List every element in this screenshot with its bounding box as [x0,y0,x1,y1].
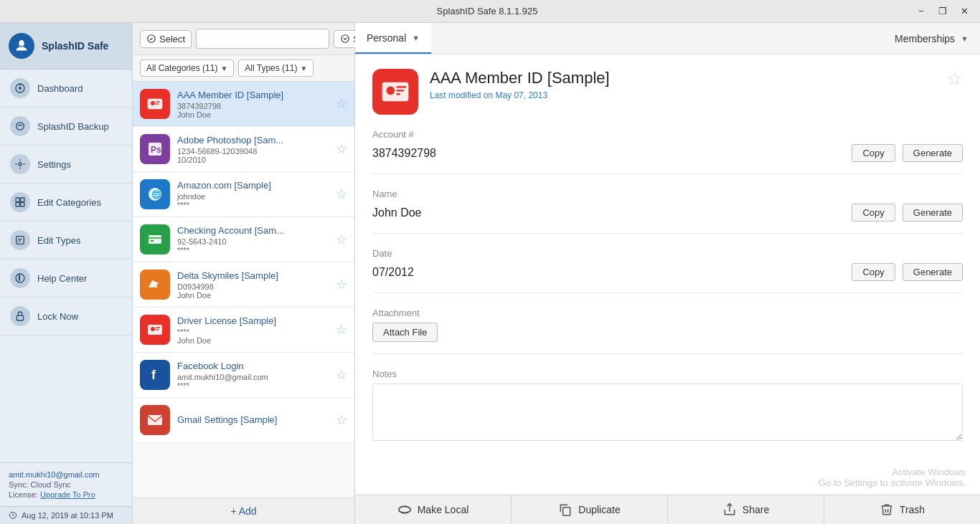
item-content: Checking Account [Sam... 92-5643-2410 **… [177,225,329,254]
svg-text:Ps: Ps [151,145,161,155]
trash-button[interactable]: Trash [824,495,980,524]
search-input[interactable] [196,29,329,49]
favorite-star[interactable]: ☆ [336,412,347,428]
item-icon [140,270,170,300]
name-generate-button[interactable]: Generate [903,204,963,221]
make-local-icon [397,502,412,517]
trash-icon [880,502,894,517]
close-button[interactable]: ✕ [954,3,974,20]
category-dropdown-arrow: ▼ [220,65,227,72]
svg-text:i: i [19,275,20,282]
favorite-star[interactable]: ☆ [336,186,347,202]
date-copy-button[interactable]: Copy [852,263,895,281]
sidebar-app-name: SplashID Safe [42,40,108,52]
sidebar-edit-categories-label: Edit Categories [37,197,101,208]
upgrade-link[interactable]: Upgrade To Pro [40,490,95,499]
favorite-star[interactable]: ☆ [336,141,347,157]
bottom-action-bar: Make Local Duplicate Share [355,495,980,524]
account-copy-button[interactable]: Copy [852,144,895,162]
svg-point-4 [19,87,22,90]
sidebar-footer: amit.mukhi10@gmail.com Sync: Cloud Sync … [0,462,132,506]
item-content: Delta Skymiles [Sample] D0934998 John Do… [177,270,329,300]
item-icon: Ps [140,134,170,164]
app-title: SplashID Safe 8.1.1.925 [63,6,911,16]
list-item[interactable]: Ps Adobe Photoshop [Sam... 1234-56689-12… [133,127,354,172]
account-field: Account # 3874392798 Copy Generate [372,129,963,174]
favorite-star[interactable]: ☆ [336,367,347,383]
memberships-section-tab[interactable]: Memberships ▼ [883,23,980,54]
detail-record-icon [372,69,418,115]
sidebar-item-lock[interactable]: Lock Now [0,297,132,335]
personal-section-tab[interactable]: Personal ▼ [355,23,431,54]
type-filter[interactable]: All Types (11) ▼ [238,59,314,77]
filter-bar: All Categories (11) ▼ All Types (11) ▼ [133,55,354,82]
backup-icon [10,116,30,136]
share-button[interactable]: Share [668,495,824,524]
settings-icon [10,154,30,174]
attach-file-button[interactable]: Attach File [372,323,438,342]
svg-point-34 [151,327,155,331]
name-copy-button[interactable]: Copy [852,204,895,221]
item-content: Gmail Settings [Sample] [177,414,329,427]
favorite-star[interactable]: ☆ [336,232,347,247]
list-item[interactable]: Delta Skymiles [Sample] D0934998 John Do… [133,262,354,308]
item-icon [140,315,170,345]
sidebar-lock-label: Lock Now [37,311,78,322]
minimize-button[interactable]: − [911,3,931,20]
sidebar-header: SplashID Safe [0,23,132,70]
sidebar-backup-label: SplashID Backup [37,121,109,132]
type-dropdown-arrow: ▼ [300,65,307,72]
account-value: 3874392798 [372,147,844,160]
svg-rect-9 [21,198,24,201]
list-item[interactable]: 🌐 Amazon.com [Sample] johndoe **** ☆ [133,172,354,217]
list-item[interactable]: Gmail Settings [Sample] ☆ [133,398,354,443]
detail-header-bar: Personal ▼ Memberships ▼ [355,23,980,54]
item-icon [140,224,170,254]
account-generate-button[interactable]: Generate [903,144,963,162]
category-filter[interactable]: All Categories (11) ▼ [140,59,234,77]
notes-field: Notes [372,368,963,455]
list-panel: Select Sort All Categories (11) ▼ All Ty… [133,23,355,524]
svg-point-20 [341,35,349,43]
date-generate-button[interactable]: Generate [903,263,963,281]
svg-rect-10 [16,203,19,206]
sidebar-item-settings[interactable]: Settings [0,146,132,184]
notes-textarea[interactable] [372,384,963,441]
title-bar: SplashID Safe 8.1.1.925 − ❐ ✕ [0,0,980,23]
maximize-button[interactable]: ❐ [933,3,953,20]
item-content: Adobe Photoshop [Sam... 1234-56689-12039… [177,135,329,164]
select-button[interactable]: Select [140,30,192,48]
sidebar-item-backup[interactable]: SplashID Backup [0,108,132,146]
record-favorite-star[interactable]: ☆ [947,69,963,89]
add-button[interactable]: + Add [133,497,354,524]
name-field: Name John Doe Copy Generate [372,189,963,234]
svg-rect-8 [16,198,19,201]
list-item[interactable]: f Facebook Login amit.mukhi10@gmail.com … [133,353,354,398]
favorite-star[interactable]: ☆ [336,322,347,338]
list-item[interactable]: Checking Account [Sam... 92-5643-2410 **… [133,217,354,262]
license-info: License: Upgrade To Pro [9,490,123,499]
favorite-star[interactable]: ☆ [336,277,347,292]
sort-icon [340,34,350,44]
duplicate-button[interactable]: Duplicate [512,495,668,524]
svg-rect-32 [151,240,154,242]
svg-point-23 [151,101,155,105]
record-modified: Last modified on May 07, 2013 [430,90,936,100]
svg-rect-12 [17,237,24,244]
app-logo [9,33,34,59]
help-icon: i [10,268,30,288]
attachment-field: Attachment Attach File [372,308,963,354]
sidebar-item-edit-categories[interactable]: Edit Categories [0,184,132,221]
check-icon [146,34,156,44]
sidebar-help-label: Help Center [37,273,87,284]
sidebar-item-dashboard[interactable]: Dashboard [0,70,132,108]
item-content: Driver License [Sample] **** John Doe [177,315,329,345]
list-item[interactable]: Driver License [Sample] **** John Doe ☆ [133,308,354,353]
dashboard-icon [10,78,30,98]
list-item[interactable]: AAA Member ID [Sample] 3874392798 John D… [133,82,354,127]
make-local-button[interactable]: Make Local [355,495,512,524]
sidebar-item-edit-types[interactable]: Edit Types [0,221,132,259]
favorite-star[interactable]: ☆ [336,96,347,112]
sidebar-item-help[interactable]: i Help Center [0,259,132,297]
svg-rect-39 [382,82,409,102]
